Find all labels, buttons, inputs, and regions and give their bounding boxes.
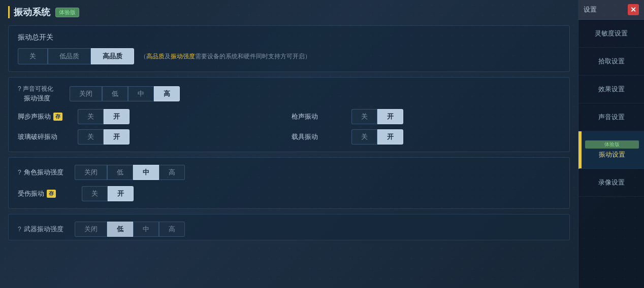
vehicle-off-btn[interactable]: 关: [351, 129, 377, 145]
page-beta-badge: 体验版: [55, 8, 79, 17]
char-mid-btn[interactable]: 中: [133, 165, 159, 180]
char-low-btn[interactable]: 低: [107, 165, 133, 180]
sidebar-nav: 灵敏度设置 拾取设置 效果设置 声音设置 体验版 振动设置 录像设置: [578, 20, 644, 288]
nav-sensitivity-label: 灵敏度设置: [595, 29, 628, 37]
gun-label: 枪声振动: [292, 112, 347, 121]
gun-btn-group: 关 开: [351, 109, 403, 124]
right-sidebar: 设置 ✕ 灵敏度设置 拾取设置 效果设置 声音设置 体验版 振动设置 录像设置: [578, 0, 644, 288]
footstep-new-badge: 存: [53, 113, 62, 121]
master-switch-title: 振动总开关: [18, 33, 560, 42]
char-intensity-btn-group: 关闭 低 中 高: [75, 165, 185, 180]
close-button[interactable]: ✕: [628, 4, 639, 15]
weapon-intensity-btn-group: 关闭 低 中 高: [75, 222, 185, 237]
content-area: 振动系统 体验版 振动总开关 关 低品质 高品质 （高品质及振动强度需要设备的系…: [0, 0, 578, 288]
glass-on-btn[interactable]: 开: [104, 129, 130, 145]
glass-label: 玻璃破碎振动: [18, 132, 74, 141]
nav-recording-label: 录像设置: [598, 178, 625, 186]
injury-on-btn[interactable]: 开: [108, 186, 134, 201]
sound-off-btn[interactable]: 关闭: [70, 86, 102, 101]
sidebar-header: 设置 ✕: [578, 0, 644, 20]
sound-low-btn[interactable]: 低: [102, 86, 128, 101]
question-mark-sound: ? 声音可视化: [18, 85, 63, 93]
vehicle-label-text: 载具振动: [292, 132, 318, 141]
sidebar-header-text: 设置: [584, 5, 597, 14]
gun-label-text: 枪声振动: [292, 112, 318, 121]
question-mark-weapon: ?: [18, 226, 21, 233]
char-high-btn[interactable]: 高: [159, 165, 185, 180]
nav-sound[interactable]: 声音设置: [578, 103, 644, 131]
master-switch-row: 关 低品质 高品质 （高品质及振动强度需要设备的系统和硬件同时支持方可开启）: [18, 48, 560, 64]
nav-pickup[interactable]: 拾取设置: [578, 48, 644, 76]
two-col-settings: 脚步声振动 存 关 开 枪声振动 关 开: [18, 109, 560, 145]
injury-btn-group: 关 开: [82, 186, 134, 201]
weapon-intensity-label: ? 武器振动强度: [18, 225, 69, 234]
nav-sensitivity[interactable]: 灵敏度设置: [578, 20, 644, 48]
glass-off-btn[interactable]: 关: [78, 129, 104, 145]
master-switch-btn-group: 关 低品质 高品质: [18, 48, 134, 64]
nav-recording[interactable]: 录像设置: [578, 169, 644, 197]
char-intensity-label: ? 角色振动强度: [18, 168, 69, 177]
nav-effects[interactable]: 效果设置: [578, 76, 644, 103]
nav-pickup-label: 拾取设置: [598, 57, 625, 65]
note-highlight2: 振动强度: [171, 53, 195, 60]
injury-new-badge: 存: [47, 190, 56, 198]
weapon-intensity-text: 武器振动强度: [24, 225, 63, 234]
master-high-btn[interactable]: 高品质: [91, 48, 134, 64]
sound-label1: 声音可视化: [23, 85, 53, 92]
nav-vibration-badge: 体验版: [585, 140, 639, 149]
footstep-btn-group: 关 开: [78, 109, 130, 124]
vehicle-setting: 载具振动 关 开: [292, 129, 560, 145]
nav-vibration-label: 振动设置: [599, 151, 625, 158]
char-off-btn[interactable]: 关闭: [75, 165, 107, 180]
char-intensity-text: 角色振动强度: [24, 168, 63, 177]
master-switch-section: 振动总开关 关 低品质 高品质 （高品质及振动强度需要设备的系统和硬件同时支持方…: [8, 25, 570, 72]
main-container: 振动系统 体验版 振动总开关 关 低品质 高品质 （高品质及振动强度需要设备的系…: [0, 0, 644, 288]
footstep-label: 脚步声振动 存: [18, 112, 74, 121]
injury-off-btn[interactable]: 关: [82, 186, 108, 201]
weapon-low-btn[interactable]: 低: [107, 222, 133, 237]
gun-setting: 枪声振动 关 开: [292, 109, 560, 124]
weapon-high-btn[interactable]: 高: [159, 222, 185, 237]
gun-off-btn[interactable]: 关: [351, 109, 377, 124]
weapon-off-btn[interactable]: 关闭: [75, 222, 107, 237]
vehicle-label: 载具振动: [292, 132, 347, 141]
footstep-label-text: 脚步声振动: [18, 112, 51, 121]
footstep-on-btn[interactable]: 开: [104, 109, 130, 124]
master-off-btn[interactable]: 关: [18, 48, 48, 64]
footstep-off-btn[interactable]: 关: [78, 109, 104, 124]
char-intensity-row: ? 角色振动强度 关闭 低 中 高: [18, 165, 560, 180]
injury-setting: 受伤振动 存 关 开: [18, 186, 560, 201]
nav-sound-label: 声音设置: [598, 113, 625, 121]
vehicle-on-btn[interactable]: 开: [377, 129, 403, 145]
switch-note: （高品质及振动强度需要设备的系统和硬件同时支持方可开启）: [140, 52, 311, 61]
sound-mid-btn[interactable]: 中: [128, 86, 154, 101]
question-mark-char: ?: [18, 169, 21, 176]
glass-setting: 玻璃破碎振动 关 开: [18, 129, 286, 145]
sound-label-block: ? 声音可视化 振动强度: [18, 85, 63, 103]
sound-section: ? 声音可视化 振动强度 关闭 低 中 高 脚步声振动 存: [8, 77, 570, 152]
master-low-btn[interactable]: 低品质: [48, 48, 91, 64]
nav-vibration[interactable]: 体验版 振动设置: [578, 131, 644, 169]
injury-label-text: 受伤振动: [18, 189, 44, 198]
sound-intensity-btn-group: 关闭 低 中 高: [70, 86, 180, 101]
sound-label2: 振动强度: [18, 94, 63, 103]
character-section: ? 角色振动强度 关闭 低 中 高 受伤振动 存 关 开: [8, 157, 570, 209]
sound-high-btn[interactable]: 高: [154, 86, 180, 101]
glass-btn-group: 关 开: [78, 129, 130, 145]
vehicle-btn-group: 关 开: [351, 129, 403, 145]
page-title-bar: 振动系统 体验版: [8, 6, 570, 18]
page-title: 振动系统: [14, 6, 50, 18]
injury-label: 受伤振动 存: [18, 189, 74, 198]
weapon-intensity-row: ? 武器振动强度 关闭 低 中 高: [18, 222, 560, 237]
footstep-setting: 脚步声振动 存 关 开: [18, 109, 286, 124]
gun-on-btn[interactable]: 开: [377, 109, 403, 124]
glass-label-text: 玻璃破碎振动: [18, 132, 57, 141]
note-highlight1: 高品质: [146, 53, 165, 60]
weapon-section: ? 武器振动强度 关闭 低 中 高: [8, 214, 570, 240]
sound-intensity-row: ? 声音可视化 振动强度 关闭 低 中 高: [18, 85, 560, 103]
weapon-mid-btn[interactable]: 中: [133, 222, 159, 237]
nav-effects-label: 效果设置: [598, 85, 625, 93]
